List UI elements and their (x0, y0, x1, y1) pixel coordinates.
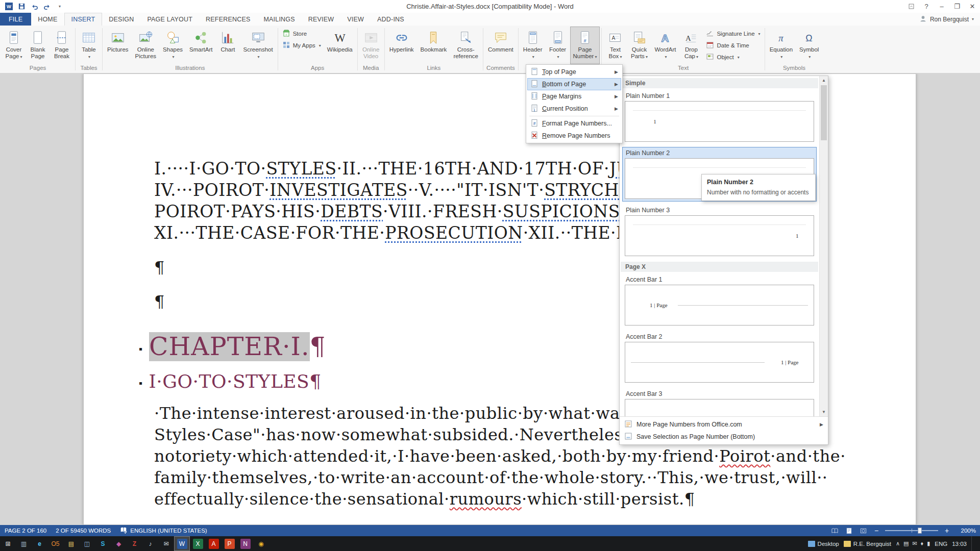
internet-explorer[interactable]: e (32, 536, 47, 551)
table-button[interactable]: Table▾ (77, 27, 101, 64)
account-menu[interactable]: Ron Bergquist ▾ (919, 13, 980, 26)
taskbar-app-1[interactable]: ▥ (16, 536, 32, 551)
restore-icon[interactable]: ❐ (949, 0, 965, 13)
equation-button[interactable]: πEquation▾ (767, 27, 796, 64)
excel[interactable]: X (190, 536, 206, 551)
cross-reference-button[interactable]: Cross-reference (450, 27, 481, 64)
blank-page-button[interactable]: BlankPage (26, 27, 50, 64)
tray-icon-2[interactable]: ✉ (912, 540, 917, 547)
tab-page-layout[interactable]: PAGE LAYOUT (140, 13, 199, 26)
menu-item-page-margins[interactable]: Page Margins▶ (527, 90, 621, 103)
office-365[interactable]: O5 (47, 536, 63, 551)
my-apps-button[interactable]: My Apps▾ (280, 40, 324, 51)
mail[interactable]: ✉ (158, 536, 174, 551)
gallery-footer-save-selection-as-page-number-bottom[interactable]: Save Selection as Page Number (Bottom) (621, 431, 827, 443)
online-video-button[interactable]: OnlineVideo (359, 27, 383, 64)
scroll-up-icon[interactable]: ▲ (820, 76, 828, 85)
zoom-in-button[interactable]: + (941, 527, 952, 535)
help-icon[interactable]: ? (919, 0, 934, 13)
save-icon[interactable] (16, 2, 27, 12)
zotero[interactable]: Z (127, 536, 142, 551)
zoom-percentage[interactable]: 200% (953, 528, 976, 534)
language-indicator[interactable]: ENG (935, 541, 947, 547)
close-icon[interactable]: ✕ (965, 0, 980, 13)
show-desktop-button[interactable] (971, 536, 974, 551)
menu-item-top-of-page[interactable]: Top of Page▶ (527, 66, 621, 78)
start-button[interactable]: ⊞ (0, 536, 16, 551)
pictures-button[interactable]: Pictures (104, 27, 132, 64)
read-mode-icon[interactable] (828, 525, 841, 536)
file-explorer[interactable]: ▤ (63, 536, 79, 551)
scroll-down-icon[interactable]: ▼ (820, 408, 828, 416)
tab-home[interactable]: HOME (31, 13, 64, 26)
proofing-status[interactable]: ENGLISH (UNITED STATES) (115, 525, 211, 536)
smartart-button[interactable]: SmartArt (186, 27, 215, 64)
chart-button[interactable]: Chart (216, 27, 239, 64)
screenshot-button[interactable]: Screenshot▾ (240, 27, 276, 64)
undo-icon[interactable] (29, 2, 40, 12)
web-layout-icon[interactable] (856, 525, 870, 536)
gallery-item-accent-bar-3[interactable]: Accent Bar 3Page | 1 (623, 388, 816, 416)
signature-line-button[interactable]: Signature Line▾ (703, 28, 763, 39)
chrome[interactable]: ◉ (253, 536, 269, 551)
word[interactable]: W (174, 536, 190, 551)
page-number-button[interactable]: #PageNumber▾ (570, 27, 600, 64)
skype[interactable]: S (95, 536, 111, 551)
menu-item-remove-page-numbers[interactable]: Remove Page Numbers (527, 130, 621, 142)
footer-button[interactable]: Footer▾ (546, 27, 570, 64)
page-break-button[interactable]: PageBreak (50, 27, 74, 64)
symbol-button[interactable]: ΩSymbol▾ (796, 27, 822, 64)
desktop-toolbar[interactable]: Desktop (808, 541, 839, 547)
gallery-scrollbar[interactable]: ▲ ▼ (819, 76, 828, 416)
volume-icon[interactable]: ▮ (927, 540, 930, 547)
tab-references[interactable]: REFERENCES (199, 13, 257, 26)
menu-item-bottom-of-page[interactable]: Bottom of Page▶ (527, 78, 621, 90)
shapes-button[interactable]: Shapes▾ (160, 27, 186, 64)
onenote[interactable]: N (237, 536, 253, 551)
tab-insert[interactable]: INSERT (64, 13, 103, 26)
minimize-icon[interactable]: – (934, 0, 949, 13)
header-button[interactable]: Header▾ (520, 27, 546, 64)
acrobat[interactable]: A (206, 536, 222, 551)
tray-icon-3[interactable]: ♦ (921, 540, 924, 547)
zoom-slider[interactable] (885, 530, 938, 531)
taskbar-app-2[interactable]: ◫ (79, 536, 95, 551)
zoom-slider-thumb[interactable] (918, 528, 922, 534)
clock[interactable]: 13:03 (952, 541, 967, 547)
zoom-out-button[interactable]: − (871, 527, 882, 535)
print-layout-icon[interactable] (842, 525, 855, 536)
tab-design[interactable]: DESIGN (102, 13, 140, 26)
gallery-item-accent-bar-2[interactable]: Accent Bar 21 | Page (623, 331, 816, 385)
scrollbar-thumb[interactable] (821, 85, 827, 140)
gallery-item-plain-number-3[interactable]: Plain Number 31 (623, 205, 816, 258)
repeat-icon[interactable] (41, 2, 53, 12)
store-button[interactable]: Store (280, 28, 324, 39)
tab-mailings[interactable]: MAILINGS (257, 13, 301, 26)
tab-review[interactable]: REVIEW (302, 13, 341, 26)
tab-file[interactable]: FILE (0, 13, 31, 26)
date-time-button[interactable]: Date & Time (703, 40, 763, 51)
gallery-item-plain-number-1[interactable]: Plain Number 11 (623, 90, 816, 144)
taskbar-app-4[interactable]: ♪ (142, 536, 158, 551)
customize-qat-icon[interactable]: ▾ (54, 2, 65, 12)
menu-item-current-position[interactable]: Current Position▶ (527, 103, 621, 115)
comment-button[interactable]: Comment (485, 27, 517, 64)
gallery-footer-more-page-numbers-from-office-com[interactable]: More Page Numbers from Office.com▶ (621, 418, 827, 431)
gallery-item-accent-bar-1[interactable]: Accent Bar 11 | Page (623, 274, 816, 328)
object-button[interactable]: Object▾ (703, 52, 763, 63)
cover-page-button[interactable]: CoverPage▾ (2, 27, 26, 64)
ribbon-display-options-icon[interactable] (903, 0, 919, 13)
wordart-button[interactable]: AWordArt▾ (651, 27, 679, 64)
tab-add-ins[interactable]: ADD-INS (371, 13, 411, 26)
user-folder-toolbar[interactable]: R.E. Bergquist (844, 541, 891, 547)
text-box-button[interactable]: ATextBox▾ (603, 27, 627, 64)
hyperlink-button[interactable]: Hyperlink (386, 27, 417, 64)
show-hidden-icons[interactable]: ∧ (896, 540, 900, 547)
drop-cap-button[interactable]: ADropCap▾ (679, 27, 703, 64)
quick-parts-button[interactable]: QuickParts▾ (627, 27, 651, 64)
powerpoint[interactable]: P (222, 536, 237, 551)
tray-icon-1[interactable]: ▤ (903, 540, 909, 547)
bookmark-button[interactable]: Bookmark (418, 27, 450, 64)
online-pictures-button[interactable]: OnlinePictures (132, 27, 160, 64)
word-count[interactable]: 2 OF 59450 WORDS (51, 525, 115, 536)
